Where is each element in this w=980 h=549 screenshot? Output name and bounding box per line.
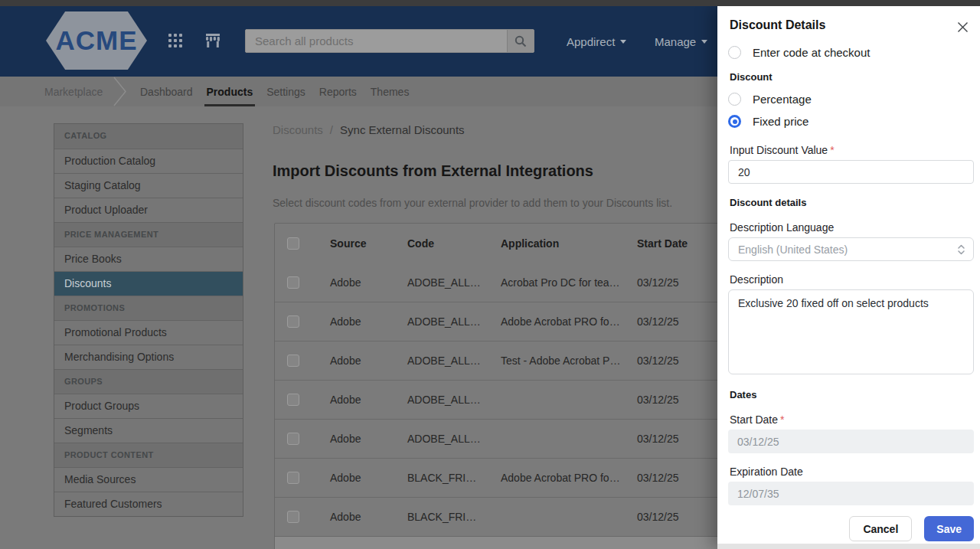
sidebar-section-catalog: CATALOG — [54, 124, 243, 149]
manage-menu-label: Manage — [655, 35, 696, 48]
row-checkbox[interactable] — [287, 472, 299, 484]
sidebar-item-merchandising-options[interactable]: Merchandising Options — [54, 345, 243, 369]
cell-start-date: 03/12/25 — [637, 355, 717, 367]
sidebar-item-staging-catalog[interactable]: Staging Catalog — [54, 173, 243, 198]
app-root: ACME — [0, 0, 980, 549]
radio-icon — [728, 93, 741, 106]
row-checkbox-cell — [275, 394, 330, 406]
row-checkbox-cell — [275, 315, 330, 328]
cell-start-date: 03/12/25 — [637, 315, 717, 328]
start-date-input — [728, 430, 974, 453]
cell-application: Adobe Acrobat PRO fo… — [501, 315, 637, 328]
column-header-source: Source — [330, 237, 407, 250]
cell-code: BLACK_FRI… — [407, 511, 501, 523]
cell-application: Adobe Acrobat PRO fo… — [501, 472, 637, 484]
cell-start-date: 03/12/25 — [637, 394, 717, 406]
cell-code: ADOBE_ALL… — [407, 355, 501, 367]
breadcrumb-discounts-link[interactable]: Discounts — [273, 123, 323, 136]
cell-start-date: 03/12/25 — [637, 276, 717, 289]
cell-source: Adobe — [330, 394, 407, 406]
appdirect-menu[interactable]: Appdirect — [567, 6, 626, 77]
nav-item-marketplace[interactable]: Marketplace — [44, 77, 103, 106]
acme-logo[interactable]: ACME — [46, 11, 147, 70]
radio-enter-code-at-checkout[interactable]: Enter code at checkout — [728, 46, 974, 59]
row-checkbox[interactable] — [287, 355, 299, 367]
panel-footer: Cancel Save — [849, 516, 974, 541]
sidebar-section-promotions: PROMOTIONS — [54, 296, 243, 320]
row-checkbox[interactable] — [287, 315, 299, 328]
app-grid-icon[interactable] — [168, 34, 182, 51]
radio-label: Enter code at checkout — [753, 46, 870, 59]
tab-dashboard[interactable]: Dashboard — [138, 77, 195, 106]
cell-code: ADOBE_ALL… — [407, 276, 501, 289]
sidebar-item-segments[interactable]: Segments — [54, 418, 243, 443]
description-language-label: Description Language — [730, 221, 974, 234]
acme-logo-text: ACME — [55, 25, 137, 56]
chevron-down-icon — [701, 40, 707, 44]
sidebar-item-featured-customers[interactable]: Featured Customers — [54, 492, 243, 516]
sidebar-item-media-sources[interactable]: Media Sources — [54, 467, 243, 492]
description-textarea[interactable]: Exclusive 20 fixed off on select product… — [728, 289, 974, 374]
search-icon — [514, 35, 527, 47]
dates-section-label: Dates — [730, 389, 974, 400]
breadcrumb-separator: / — [330, 123, 333, 136]
sidebar-item-discounts[interactable]: Discounts — [54, 271, 243, 296]
top-strip — [0, 0, 980, 6]
cell-code: BLACK_FRI… — [407, 472, 501, 484]
required-asterisk: * — [780, 413, 784, 426]
cancel-button[interactable]: Cancel — [849, 516, 912, 541]
cell-start-date: 03/12/25 — [637, 472, 717, 484]
page-title: Import Discounts from External Integrati… — [273, 162, 593, 180]
row-checkbox[interactable] — [287, 394, 299, 406]
expiration-date-label: Expiration Date — [730, 466, 974, 478]
search-input[interactable] — [246, 30, 507, 52]
cell-source: Adobe — [330, 355, 407, 367]
chevron-down-icon — [620, 40, 626, 44]
save-button[interactable]: Save — [924, 516, 974, 541]
discount-value-label: Input Discount Value* — [730, 144, 974, 156]
row-checkbox-cell — [275, 511, 330, 523]
close-icon[interactable] — [956, 20, 969, 34]
column-header-code: Code — [407, 237, 501, 250]
discount-value-input[interactable] — [728, 160, 974, 184]
marketplace-store-icon[interactable] — [205, 34, 220, 51]
cell-start-date: 03/12/25 — [637, 511, 717, 523]
panel-scrollbar-track — [717, 544, 980, 549]
cell-source: Adobe — [330, 433, 407, 445]
tab-settings[interactable]: Settings — [264, 77, 308, 106]
sidebar-item-price-books[interactable]: Price Books — [54, 247, 243, 271]
tab-reports[interactable]: Reports — [317, 77, 359, 106]
sidebar-item-promotional-products[interactable]: Promotional Products — [54, 320, 243, 345]
sidebar-item-production-catalog[interactable]: Production Catalog — [54, 149, 243, 173]
sidebar-item-product-groups[interactable]: Product Groups — [54, 394, 243, 418]
search-button[interactable] — [507, 30, 534, 52]
cell-code: ADOBE_ALL… — [407, 433, 501, 445]
row-checkbox-cell — [275, 433, 330, 445]
select-value: English (United States) — [738, 243, 848, 256]
sidebar-item-product-uploader[interactable]: Product Uploader — [54, 198, 243, 222]
description-language-select[interactable]: English (United States) — [728, 237, 974, 261]
cell-source: Adobe — [330, 276, 407, 289]
radio-label: Percentage — [753, 93, 812, 106]
tab-themes[interactable]: Themes — [368, 77, 412, 106]
discount-details-section-label: Discount details — [730, 197, 974, 208]
expiration-date-input — [728, 482, 974, 505]
radio-icon — [728, 46, 741, 59]
sidebar-section-price-management: PRICE MANAGEMENT — [54, 222, 243, 247]
appdirect-menu-label: Appdirect — [567, 35, 615, 48]
manage-menu[interactable]: Manage — [655, 6, 707, 77]
subnav-tabs: DashboardProductsSettingsReportsThemes — [138, 77, 411, 106]
breadcrumb-chevron-icon — [112, 77, 129, 109]
radio-fixed-price[interactable]: Fixed price — [728, 115, 974, 128]
cell-code: ADOBE_ALL… — [407, 394, 501, 406]
discount-section-label: Discount — [730, 71, 974, 83]
row-checkbox[interactable] — [287, 511, 299, 523]
row-checkbox[interactable] — [287, 433, 299, 445]
radio-percentage[interactable]: Percentage — [728, 93, 974, 106]
row-checkbox[interactable] — [287, 276, 299, 289]
column-header-application: Application — [501, 237, 637, 250]
cell-start-date: 03/12/25 — [637, 433, 717, 445]
required-asterisk: * — [830, 144, 834, 156]
tab-products[interactable]: Products — [204, 77, 256, 106]
select-all-checkbox[interactable] — [287, 237, 299, 250]
